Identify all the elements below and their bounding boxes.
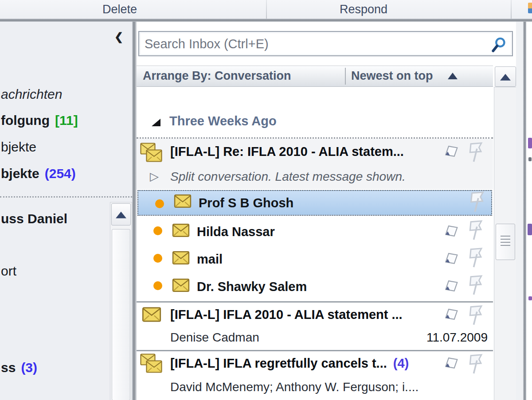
search-icon[interactable] [490, 36, 507, 53]
conversation-separator [137, 350, 493, 351]
conversation-meta-row[interactable]: David McMenemy; Anthony W. Ferguson; i..… [137, 378, 493, 399]
split-conversation-row[interactable]: ▷ Split conversation. Latest message sho… [137, 168, 493, 188]
list-scrollbar[interactable] [494, 87, 517, 400]
nav-folder-label: folgung [1, 113, 50, 128]
envelope-icon [172, 278, 190, 292]
nav-folder-item[interactable]: uss Daniel [0, 210, 112, 227]
nav-scroll-up-button[interactable] [111, 203, 131, 225]
pane-divider [132, 22, 137, 400]
sender-name: Denise Cadman [170, 330, 259, 345]
nav-scrollbar-thumb[interactable] [112, 229, 130, 400]
sender-name: Hilda Nassar [197, 225, 275, 239]
navigation-pane: ❮ achrichten folgung[11] bjekte bjekte(2… [0, 22, 132, 400]
reading-pane-fragment [528, 157, 532, 161]
split-conversation-note: Split conversation. Latest message shown… [170, 170, 406, 184]
ribbon-group-separator [511, 0, 512, 19]
ribbon-icon-fragment [528, 3, 532, 13]
conversation-header-row[interactable]: [IFLA-L] Re: IFLA 2010 - ALIA statem... [137, 140, 493, 167]
message-row-selected[interactable]: Prof S B Ghosh [137, 190, 492, 216]
message-row[interactable]: mail [137, 245, 493, 273]
nav-folder-item[interactable]: bjekte(254) [0, 165, 112, 182]
nav-folder-label: ss [1, 360, 16, 375]
nav-separator [0, 196, 132, 198]
search-input[interactable] [144, 34, 473, 54]
envelope-icon [142, 307, 161, 322]
envelope-icon [172, 223, 190, 237]
list-scroll-up-button[interactable] [495, 66, 516, 87]
flag-icon[interactable] [467, 190, 488, 213]
conversation-subject: [IFLA-L] IFLA regretfully cancels t...(4… [170, 356, 409, 371]
unread-dot-icon [155, 199, 164, 208]
subject-text: [IFLA-L] IFLA regretfully cancels t... [170, 356, 387, 370]
pane-gap [516, 22, 523, 400]
conversation-separator [137, 301, 493, 303]
nav-folder-item[interactable]: folgung[11] [0, 112, 112, 129]
search-box [138, 31, 513, 56]
ribbon-group-respond-label: Respond [306, 1, 421, 17]
expand-triangle-icon: ▷ [150, 170, 159, 183]
scroll-up-icon [500, 74, 511, 81]
unread-dot-icon [153, 226, 162, 235]
message-date: 11.07.2009 [412, 330, 488, 345]
sender-name: mail [197, 252, 223, 267]
stacked-envelopes-icon [140, 353, 163, 375]
minimize-nav-pane-button[interactable]: ❮ [110, 29, 128, 45]
flag-icon[interactable] [466, 274, 486, 296]
conversation-header-row[interactable]: [IFLA-L] IFLA regretfully cancels t...(4… [137, 352, 493, 378]
nav-folder-item[interactable]: ss(3) [0, 359, 112, 376]
nav-folder-label: bjekte [1, 166, 39, 181]
conversation-header-row[interactable]: [IFLA-L] IFLA 2010 - ALIA statement ... [137, 303, 493, 329]
envelope-icon [174, 194, 192, 208]
item-count-badge: (3) [21, 360, 37, 375]
flag-icon[interactable] [466, 219, 486, 241]
nav-folder-item[interactable]: achrichten [0, 86, 112, 103]
reading-pane-fragment [528, 138, 532, 148]
date-group-header[interactable]: Three Weeks Ago [137, 111, 493, 134]
list-scrollbar-thumb[interactable] [496, 224, 515, 260]
nav-scrollbar[interactable] [110, 202, 132, 400]
sender-name: Dr. Shawky Salem [197, 280, 307, 294]
flag-icon[interactable] [466, 246, 486, 268]
ribbon-group-separator [266, 0, 267, 19]
message-icon [444, 145, 458, 157]
sort-ascending-icon [448, 73, 458, 79]
nav-folder-label: ort [1, 264, 16, 278]
nav-folder-label: bjekte [1, 140, 36, 154]
message-row[interactable]: Hilda Nassar [137, 218, 493, 245]
header-separator [345, 68, 346, 85]
message-icon [444, 225, 458, 237]
reading-pane-fragment [528, 296, 532, 300]
ribbon-group-delete-label: Delete [62, 1, 177, 17]
flag-icon[interactable] [466, 353, 486, 375]
reading-pane-divider [523, 22, 526, 400]
scroll-up-icon [116, 212, 126, 218]
message-icon [444, 308, 458, 320]
nav-folder-label: uss Daniel [1, 211, 67, 226]
conversation-meta-row[interactable]: Denise Cadman 11.07.2009 [137, 329, 493, 349]
reading-pane-edge [526, 22, 532, 400]
arrange-by-button[interactable]: Arrange By: Conversation [143, 69, 291, 83]
conversation-subject: [IFLA-L] IFLA 2010 - ALIA statement ... [170, 307, 403, 322]
message-row[interactable]: Dr. Shawky Salem [137, 273, 493, 300]
stacked-envelopes-icon [140, 143, 163, 164]
message-list: Three Weeks Ago [IFLA-L] Re: IFLA 2010 -… [137, 87, 493, 400]
group-label: Three Weeks Ago [169, 114, 277, 128]
ribbon-bottom-border [0, 19, 532, 22]
sort-order-button[interactable]: Newest on top [351, 69, 433, 83]
sender-names: David McMenemy; Anthony W. Ferguson; i..… [170, 380, 419, 394]
group-expanded-icon [152, 119, 160, 126]
flag-icon[interactable] [466, 141, 486, 163]
nav-folder-item[interactable]: ort [0, 263, 112, 280]
flag-icon[interactable] [466, 304, 486, 326]
unread-dot-icon [153, 281, 162, 290]
reading-pane-fragment [528, 224, 532, 235]
conversation-subject: [IFLA-L] Re: IFLA 2010 - ALIA statem... [170, 144, 404, 159]
scrollbar-grip [501, 236, 510, 247]
envelope-icon [172, 251, 190, 265]
nav-folder-label: achrichten [1, 87, 62, 101]
message-icon [444, 357, 458, 369]
unread-dot-icon [153, 254, 162, 263]
nav-folder-item[interactable]: bjekte [0, 139, 112, 155]
list-header-bar: Arrange By: Conversation Newest on top [137, 66, 493, 87]
message-count-badge: (4) [393, 356, 409, 370]
